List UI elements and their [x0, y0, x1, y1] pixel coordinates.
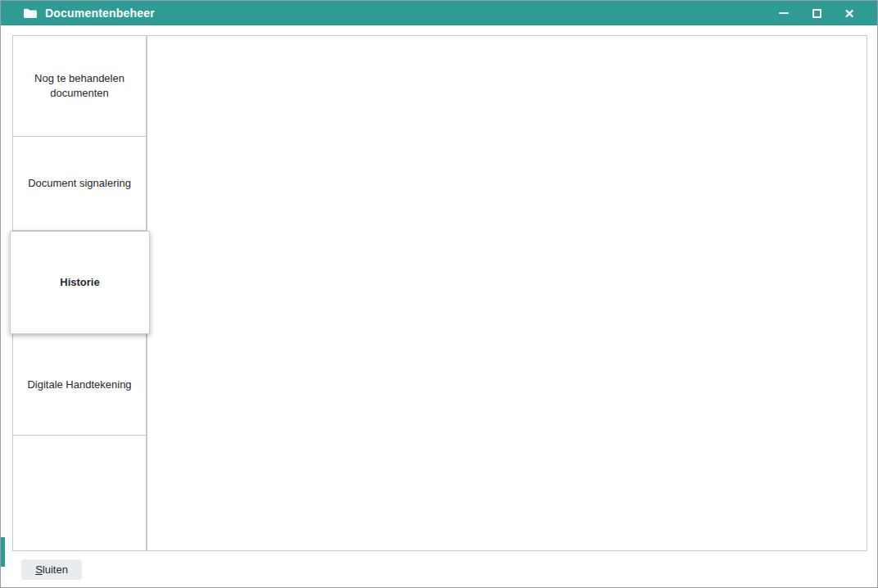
sidebar-tab-digitale-handtekening[interactable]: Digitale Handtekening [13, 334, 146, 436]
sidebar-tab-nog-te-behandelen-documenten[interactable]: Nog te behandelen documenten [13, 36, 146, 137]
titlebar: Documentenbeheer ✕ [1, 1, 877, 25]
folder-icon [24, 8, 37, 19]
main-panel [147, 35, 867, 551]
sidebar-tab-historie[interactable]: Historie [10, 231, 150, 334]
maximize-button[interactable] [810, 7, 823, 20]
close-icon: ✕ [844, 7, 855, 20]
window-title: Documentenbeheer [45, 7, 155, 20]
maximize-icon [812, 9, 821, 18]
sidebar-tabs: Nog te behandelen documentenDocument sig… [12, 35, 147, 551]
sidebar-tab-document-signalering[interactable]: Document signalering [13, 137, 146, 231]
sluiten-button[interactable]: Sluiten [21, 559, 82, 580]
accent-strip [1, 537, 5, 567]
close-button[interactable]: ✕ [843, 7, 856, 20]
documentenbeheer-window: Documentenbeheer ✕ Nog te behandelen doc… [0, 0, 878, 588]
minimize-button[interactable] [777, 7, 790, 20]
minimize-icon [779, 12, 789, 14]
sidebar-filler [13, 436, 146, 550]
